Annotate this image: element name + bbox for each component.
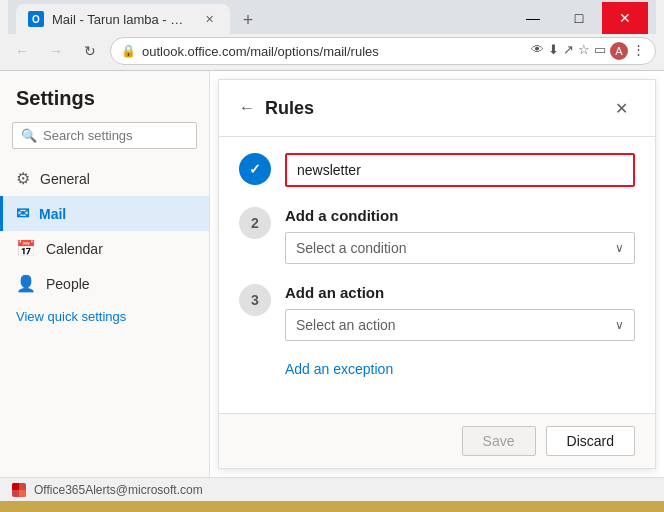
rules-close-button[interactable]: ✕ [607, 94, 635, 122]
people-icon: 👤 [16, 274, 36, 293]
tab-title: Mail - Tarun lamba - Outlook [52, 12, 192, 27]
svg-rect-1 [12, 483, 19, 490]
save-button[interactable]: Save [462, 426, 536, 456]
general-icon: ⚙ [16, 169, 30, 188]
close-window-button[interactable]: ✕ [602, 2, 648, 34]
step-2-content: Add a condition Select a condition ∨ [285, 207, 635, 264]
step-3-label: Add an action [285, 284, 635, 301]
minimize-button[interactable]: — [510, 2, 556, 34]
sidebar-label-people: People [46, 276, 90, 292]
url-action-icons: 👁 ⬇ ↗ ☆ ▭ A ⋮ [531, 42, 645, 60]
step-1-row: ✓ [239, 153, 635, 187]
step-2-row: 2 Add a condition Select a condition ∨ [239, 207, 635, 264]
profile-icon[interactable]: A [610, 42, 628, 60]
sidebar-label-general: General [40, 171, 90, 187]
new-tab-button[interactable]: + [234, 6, 262, 34]
maximize-button[interactable]: □ [556, 2, 602, 34]
sidebar-item-people[interactable]: 👤 People [0, 266, 209, 301]
url-bar[interactable]: 🔒 outlook.office.com/mail/options/mail/r… [110, 37, 656, 65]
menu-icon[interactable]: ⋮ [632, 42, 645, 60]
step-3-circle: 3 [239, 284, 271, 316]
mail-icon: ✉ [16, 204, 29, 223]
status-email: Office365Alerts@microsoft.com [34, 483, 203, 497]
step-1-content [285, 153, 635, 187]
search-box[interactable]: 🔍 [12, 122, 197, 149]
lock-icon: 🔒 [121, 44, 136, 58]
status-favicon [12, 483, 26, 497]
add-exception-link[interactable]: Add an exception [285, 361, 635, 377]
sidebar-label-calendar: Calendar [46, 241, 103, 257]
view-quick-settings-link[interactable]: View quick settings [0, 301, 209, 332]
sidebar-title: Settings [0, 87, 209, 122]
main-content: ← Rules ✕ ✓ 2 [210, 71, 664, 477]
sidebar-label-mail: Mail [39, 206, 66, 222]
rule-name-input[interactable] [285, 153, 635, 187]
search-icon: 🔍 [21, 128, 37, 143]
download-icon[interactable]: ⬇ [548, 42, 559, 60]
settings-sidebar: Settings 🔍 ⚙ General ✉ Mail 📅 Calendar 👤… [0, 71, 210, 477]
step-2-label: Add a condition [285, 207, 635, 224]
browser-tab[interactable]: O Mail - Tarun lamba - Outlook ✕ [16, 4, 230, 34]
condition-dropdown-arrow: ∨ [615, 241, 624, 255]
tab-close-button[interactable]: ✕ [200, 10, 218, 28]
rules-title: Rules [265, 98, 597, 119]
title-bar: O Mail - Tarun lamba - Outlook ✕ + — □ ✕ [0, 0, 664, 32]
forward-button[interactable]: → [42, 37, 70, 65]
reader-mode-icon[interactable]: 👁 [531, 42, 544, 60]
status-bar: Office365Alerts@microsoft.com [0, 477, 664, 501]
step-3-content: Add an action Select an action ∨ [285, 284, 635, 341]
action-dropdown[interactable]: Select an action ∨ [285, 309, 635, 341]
rules-header: ← Rules ✕ [219, 80, 655, 137]
rules-body: ✓ 2 Add a condition Select a condition [219, 137, 655, 413]
tab-favicon: O [28, 11, 44, 27]
app-container: Settings 🔍 ⚙ General ✉ Mail 📅 Calendar 👤… [0, 71, 664, 477]
rules-back-button[interactable]: ← [239, 99, 255, 117]
action-dropdown-placeholder: Select an action [296, 317, 396, 333]
calendar-icon: 📅 [16, 239, 36, 258]
condition-dropdown[interactable]: Select a condition ∨ [285, 232, 635, 264]
favorite-icon[interactable]: ☆ [578, 42, 590, 60]
svg-rect-2 [19, 490, 26, 497]
back-button[interactable]: ← [8, 37, 36, 65]
url-text: outlook.office.com/mail/options/mail/rul… [142, 44, 379, 59]
action-dropdown-arrow: ∨ [615, 318, 624, 332]
sidebar-item-mail[interactable]: ✉ Mail [0, 196, 209, 231]
discard-button[interactable]: Discard [546, 426, 635, 456]
step-1-circle: ✓ [239, 153, 271, 185]
sidebar-nav: ⚙ General ✉ Mail 📅 Calendar 👤 People [0, 161, 209, 301]
sidebar-item-general[interactable]: ⚙ General [0, 161, 209, 196]
search-input[interactable] [43, 128, 211, 143]
share-icon[interactable]: ↗ [563, 42, 574, 60]
splitview-icon[interactable]: ▭ [594, 42, 606, 60]
rules-panel: ← Rules ✕ ✓ 2 [218, 79, 656, 469]
address-bar: ← → ↻ 🔒 outlook.office.com/mail/options/… [0, 32, 664, 70]
rules-footer: Save Discard [219, 413, 655, 468]
step-3-row: 3 Add an action Select an action ∨ [239, 284, 635, 341]
step-2-circle: 2 [239, 207, 271, 239]
refresh-button[interactable]: ↻ [76, 37, 104, 65]
sidebar-item-calendar[interactable]: 📅 Calendar [0, 231, 209, 266]
condition-dropdown-placeholder: Select a condition [296, 240, 407, 256]
